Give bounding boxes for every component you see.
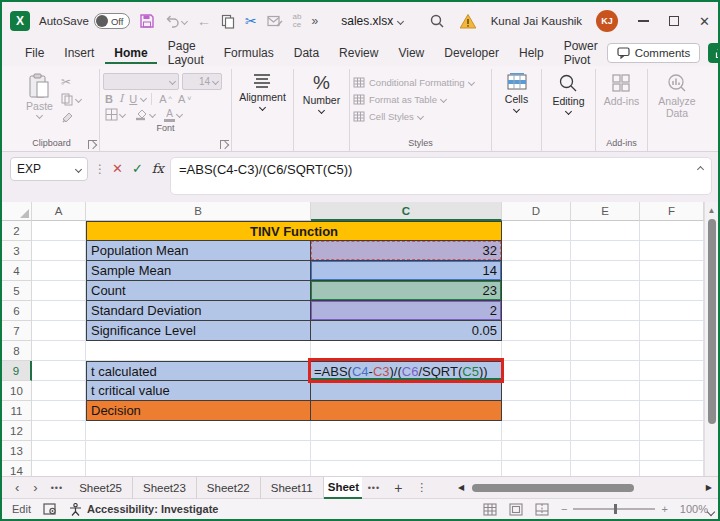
cell-A3[interactable] (32, 241, 86, 261)
tab-formulas[interactable]: Formulas (215, 42, 283, 64)
cell-E7[interactable] (571, 321, 640, 341)
user-name[interactable]: Kunal Jai Kaushik (491, 15, 582, 27)
row-header-7[interactable]: 7 (2, 321, 32, 341)
cell-F12[interactable] (640, 421, 704, 441)
cell-value-C6[interactable]: 2 (311, 301, 502, 321)
cut-icon[interactable]: ✂ (245, 13, 257, 29)
alignment-button[interactable]: Alignment (235, 71, 290, 112)
cell-D6[interactable] (502, 301, 571, 321)
page-layout-view-icon[interactable] (509, 503, 523, 516)
cell-label-B4[interactable]: Sample Mean (86, 261, 311, 281)
cell-D2[interactable] (502, 221, 571, 241)
tab-file[interactable]: File (16, 42, 53, 64)
cell-D5[interactable] (502, 281, 571, 301)
sheet-tab-sheet11[interactable]: Sheet11 (261, 477, 324, 499)
macro-record-icon[interactable] (43, 503, 57, 516)
vertical-scroll-thumb[interactable] (708, 219, 716, 424)
save-icon[interactable] (139, 13, 155, 29)
sheet-options-icon[interactable]: ⋮ (410, 481, 433, 494)
fill-color-button[interactable] (132, 108, 157, 121)
cell-F4[interactable] (640, 261, 704, 281)
cut-button[interactable]: ✂ (61, 74, 81, 89)
row-header-11[interactable]: 11 (2, 401, 32, 421)
cell-D10[interactable] (502, 381, 571, 401)
undo-button[interactable] (165, 14, 187, 28)
cell-A6[interactable] (32, 301, 86, 321)
tab-data[interactable]: Data (285, 42, 328, 64)
cell-E9[interactable] (571, 361, 640, 381)
cell-A7[interactable] (32, 321, 86, 341)
row-header-5[interactable]: 5 (2, 281, 32, 301)
cell-title-B2[interactable]: TINV Function (86, 221, 502, 241)
cell-label-B6[interactable]: Standard Deviation (86, 301, 311, 321)
bold-button[interactable]: B (103, 93, 115, 105)
zoom-out-icon[interactable]: − (561, 503, 567, 515)
borders-button[interactable] (103, 108, 127, 121)
cell-E5[interactable] (571, 281, 640, 301)
avatar[interactable]: KJ (596, 10, 618, 32)
toolbar-overflow-icon[interactable]: » (312, 14, 319, 28)
comments-button[interactable]: Comments (607, 43, 701, 63)
cell-A4[interactable] (32, 261, 86, 281)
cell-E6[interactable] (571, 301, 640, 321)
back-arrow-icon[interactable]: ← (197, 13, 211, 29)
cell-value-C9[interactable]: =ABS(C4-C3)/(C6/SQRT(C5)) (311, 361, 502, 381)
maximize-button[interactable] (669, 16, 679, 26)
cell-D3[interactable] (502, 241, 571, 261)
editing-button[interactable]: Editing (548, 71, 588, 116)
autosave-switch[interactable]: Off (94, 13, 130, 29)
paste-button[interactable]: Paste (20, 71, 59, 120)
cell-C13[interactable] (311, 441, 502, 461)
row-header-12[interactable]: 12 (2, 421, 32, 441)
cell-D13[interactable] (502, 441, 571, 461)
cell-A8[interactable] (32, 341, 86, 361)
cell-label-B10[interactable]: t critical value (86, 381, 311, 401)
column-header-C[interactable]: C (311, 202, 502, 221)
excel-logo-icon[interactable]: X (10, 11, 30, 31)
cell-A2[interactable] (32, 221, 86, 241)
file-name[interactable]: sales.xlsx (341, 14, 403, 28)
copy-icon[interactable] (221, 14, 235, 29)
scroll-up-icon[interactable]: ▲ (708, 202, 716, 217)
column-header-A[interactable]: A (32, 202, 86, 221)
formula-input[interactable]: =ABS(C4-C3)/(C6/SQRT(C5)) (170, 157, 712, 195)
row-header-9[interactable]: 9 (2, 361, 32, 381)
zoom-level[interactable]: 100% (680, 503, 708, 515)
analyze-data-button[interactable]: AnalyzeData (654, 71, 699, 121)
cell-value-C4[interactable]: 14 (311, 261, 502, 281)
horizontal-scroll-thumb[interactable] (472, 484, 634, 492)
increase-font-button[interactable]: A^ (157, 93, 174, 105)
row-header-4[interactable]: 4 (2, 261, 32, 281)
cell-B8[interactable] (86, 341, 311, 361)
search-icon[interactable] (429, 13, 445, 29)
cell-E2[interactable] (571, 221, 640, 241)
accessibility-status[interactable]: Accessibility: Investigate (87, 503, 218, 515)
cell-A13[interactable] (32, 441, 86, 461)
cell-label-B9[interactable]: t calculated (86, 361, 311, 381)
cell-label-B3[interactable]: Population Mean (86, 241, 311, 261)
cell-D14[interactable] (502, 461, 571, 476)
cell-label-B11[interactable]: Decision (86, 401, 311, 421)
name-box[interactable]: EXP (10, 157, 88, 181)
cell-E4[interactable] (571, 261, 640, 281)
cell-F3[interactable] (640, 241, 704, 261)
more-sheets-left-icon[interactable]: ••• (45, 483, 69, 493)
zoom-in-icon[interactable]: + (661, 503, 667, 515)
cell-E10[interactable] (571, 381, 640, 401)
cell-D11[interactable] (502, 401, 571, 421)
zoom-slider[interactable]: − + (561, 503, 668, 515)
cell-value-C3[interactable]: 32 (311, 241, 502, 261)
collapse-formula-bar-icon[interactable] (697, 166, 704, 173)
italic-button[interactable]: I (117, 92, 125, 105)
cell-F5[interactable] (640, 281, 704, 301)
cell-B12[interactable] (86, 421, 311, 441)
cell-E11[interactable] (571, 401, 640, 421)
tab-review[interactable]: Review (330, 42, 387, 64)
addins-button[interactable]: Add-ins (600, 71, 644, 109)
row-header-13[interactable]: 13 (2, 441, 32, 461)
row-header-3[interactable]: 3 (2, 241, 32, 261)
tab-help[interactable]: Help (510, 42, 553, 64)
cell-F8[interactable] (640, 341, 704, 361)
cell-A5[interactable] (32, 281, 86, 301)
autosave-toggle[interactable]: AutoSave Off (39, 13, 130, 29)
